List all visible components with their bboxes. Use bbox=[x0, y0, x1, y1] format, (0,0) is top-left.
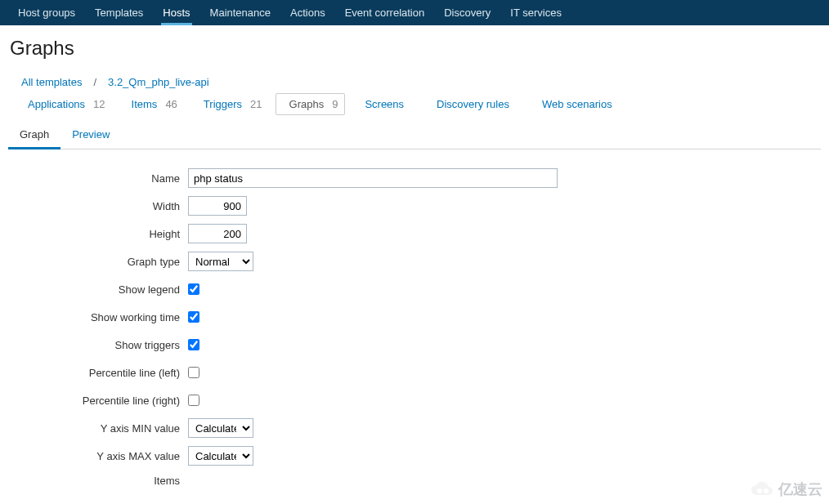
subnav-item-screens[interactable]: Screens bbox=[352, 95, 417, 114]
breadcrumb-template[interactable]: 3.2_Qm_php_live-api bbox=[101, 74, 216, 90]
pct-right-label: Percentile line (right) bbox=[8, 395, 188, 407]
graph-type-label: Graph type bbox=[8, 256, 188, 268]
name-label: Name bbox=[8, 172, 188, 185]
ymin-select[interactable]: Calculated bbox=[188, 418, 253, 438]
topnav-item-maintenance[interactable]: Maintenance bbox=[200, 0, 280, 25]
ymax-label: Y axis MAX value bbox=[8, 450, 188, 462]
page-title: Graphs bbox=[0, 25, 829, 74]
sub-nav: All templates / 3.2_Qm_php_live-api Appl… bbox=[0, 74, 829, 122]
show-working-checkbox[interactable] bbox=[188, 311, 199, 323]
subnav-item-items[interactable]: Items 46 bbox=[119, 95, 184, 114]
subnav-item-web-scenarios[interactable]: Web scenarios bbox=[529, 95, 625, 114]
graph-form: Name Width Height Graph type Normal Show… bbox=[8, 149, 821, 504]
subnav-item-discovery-rules[interactable]: Discovery rules bbox=[423, 95, 522, 114]
topnav-item-discovery[interactable]: Discovery bbox=[434, 0, 500, 25]
tabs: Graph Preview bbox=[8, 122, 821, 149]
ymin-label: Y axis MIN value bbox=[8, 422, 188, 435]
tab-preview[interactable]: Preview bbox=[60, 122, 121, 149]
pct-left-label: Percentile line (left) bbox=[8, 367, 188, 379]
name-input[interactable] bbox=[188, 168, 558, 188]
ymax-select[interactable]: Calculated bbox=[188, 446, 253, 466]
items-table: Name Function Draw style Y axis side Col… bbox=[196, 501, 821, 504]
subnav-item-triggers[interactable]: Triggers 21 bbox=[190, 95, 269, 114]
topnav-item-hosts[interactable]: Hosts bbox=[153, 0, 199, 25]
pct-right-checkbox[interactable] bbox=[188, 395, 199, 406]
topnav-item-templates[interactable]: Templates bbox=[85, 0, 153, 25]
subnav-item-applications[interactable]: Applications 12 bbox=[15, 95, 112, 114]
width-label: Width bbox=[8, 200, 188, 212]
show-triggers-label: Show triggers bbox=[8, 339, 188, 351]
height-input[interactable] bbox=[188, 224, 247, 243]
pct-left-checkbox[interactable] bbox=[188, 367, 199, 378]
breadcrumb-separator: / bbox=[92, 76, 98, 88]
width-input[interactable] bbox=[188, 196, 247, 216]
show-working-label: Show working time bbox=[8, 311, 188, 323]
breadcrumb-all-templates[interactable]: All templates bbox=[15, 74, 88, 90]
graph-type-select[interactable]: Normal bbox=[188, 252, 253, 271]
show-legend-checkbox[interactable] bbox=[188, 283, 199, 295]
topnav-item-actions[interactable]: Actions bbox=[280, 0, 335, 25]
tab-graph[interactable]: Graph bbox=[8, 122, 60, 149]
height-label: Height bbox=[8, 228, 188, 240]
show-triggers-checkbox[interactable] bbox=[188, 339, 199, 350]
topnav-item-it-services[interactable]: IT services bbox=[500, 0, 571, 25]
topnav-item-host-groups[interactable]: Host groups bbox=[8, 0, 85, 25]
top-nav: Host groupsTemplatesHostsMaintenanceActi… bbox=[0, 0, 829, 25]
topnav-item-event-correlation[interactable]: Event correlation bbox=[335, 0, 435, 25]
subnav-item-graphs[interactable]: Graphs 9 bbox=[276, 93, 346, 115]
show-legend-label: Show legend bbox=[8, 283, 188, 296]
items-label: Items bbox=[8, 470, 188, 487]
